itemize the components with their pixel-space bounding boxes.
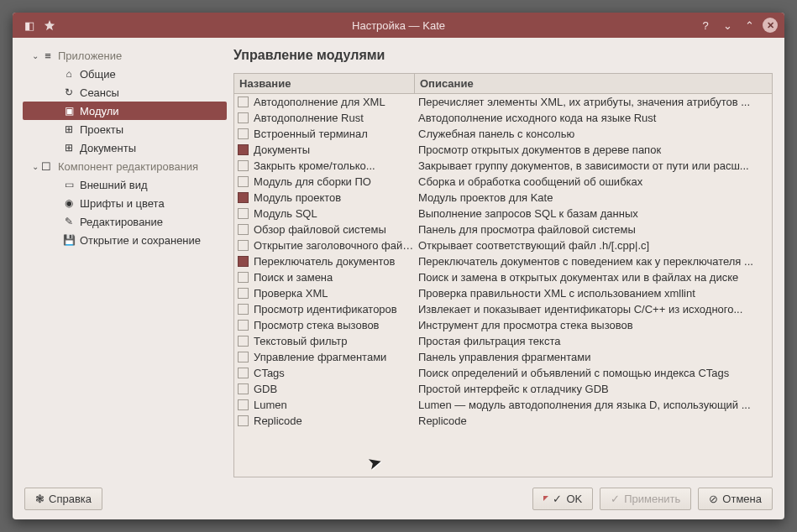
modules-table: Название Описание Автодополнение для XML…	[233, 73, 773, 477]
table-row[interactable]: CTagsПоиск определений и объявлений с по…	[234, 365, 772, 381]
module-name: Просмотр идентификаторов	[254, 303, 415, 316]
module-name: Модуль SQL	[254, 207, 415, 220]
table-row[interactable]: Переключатель документовПереключатель до…	[234, 253, 772, 269]
col-name-header[interactable]: Название	[234, 74, 415, 93]
module-checkbox[interactable]	[238, 96, 249, 107]
table-row[interactable]: ReplicodeReplicode	[234, 413, 772, 429]
module-checkbox[interactable]	[238, 112, 249, 123]
module-checkbox[interactable]	[238, 304, 249, 315]
module-checkbox[interactable]	[238, 288, 249, 299]
module-name: Lumen	[254, 399, 415, 411]
help-button[interactable]: ❃ Справка	[24, 488, 102, 510]
help-btn-label: Справка	[49, 493, 92, 505]
table-row[interactable]: Управление фрагментамиПанель управления …	[234, 349, 772, 365]
module-checkbox[interactable]	[238, 144, 249, 155]
sidebar-item-appearance[interactable]: ▭ Внешний вид	[23, 175, 227, 194]
minimize-icon[interactable]: ⌄	[719, 17, 736, 34]
table-row[interactable]: Закрыть кроме/только...Закрывает группу …	[234, 158, 772, 174]
collapse-icon[interactable]: ⌄	[29, 51, 41, 60]
module-checkbox[interactable]	[238, 272, 249, 283]
module-checkbox[interactable]	[238, 128, 249, 139]
module-checkbox[interactable]	[238, 176, 249, 187]
module-checkbox[interactable]	[238, 240, 249, 251]
page-title: Управление модулями	[233, 48, 773, 63]
module-checkbox[interactable]	[238, 160, 249, 171]
table-row[interactable]: Поиск и заменаПоиск и замена в открытых …	[234, 269, 772, 285]
module-name: Переключатель документов	[254, 255, 415, 268]
table-row[interactable]: Встроенный терминалСлужебная панель с ко…	[234, 126, 772, 142]
corner-icon	[543, 496, 548, 501]
table-row[interactable]: Модуль проектовМодуль проектов для Kate	[234, 190, 772, 206]
table-row[interactable]: Проверка XMLПроверка правильности XML с …	[234, 285, 772, 301]
cancel-button[interactable]: ⊘ Отмена	[698, 488, 773, 510]
module-desc: Перечисляет элементы XML, их атрибуты, з…	[415, 96, 768, 108]
module-name: Закрыть кроме/только...	[254, 159, 415, 172]
window-title: Настройка — Kate	[13, 19, 784, 32]
colors-icon: ◉	[61, 197, 76, 209]
col-desc-header[interactable]: Описание	[415, 74, 772, 93]
ok-button[interactable]: ✓ OK	[532, 488, 593, 510]
close-icon[interactable]: ✕	[763, 18, 778, 33]
module-checkbox[interactable]	[238, 336, 249, 347]
module-desc: Сборка и обработка сообщений об ошибках	[415, 175, 768, 188]
module-name: Обзор файловой системы	[254, 223, 415, 236]
table-row[interactable]: Просмотр идентификаторовИзвлекает и пока…	[234, 301, 772, 317]
module-name: Просмотр стека вызовов	[254, 319, 415, 331]
table-row[interactable]: Автодополнение RustАвтодополнение исходн…	[234, 110, 772, 126]
table-row[interactable]: Автодополнение для XMLПеречисляет элемен…	[234, 94, 772, 110]
module-name: Модуль для сборки ПО	[254, 175, 415, 188]
table-row[interactable]: Модуль SQLВыполнение запросов SQL к база…	[234, 206, 772, 222]
dialog-window: ◧ Настройка — Kate ? ⌄ ⌃ ✕ ⌄ ≡ Приложени…	[13, 13, 784, 519]
module-checkbox[interactable]	[238, 192, 249, 203]
help-icon[interactable]: ?	[697, 17, 714, 34]
module-checkbox[interactable]	[238, 383, 249, 394]
module-checkbox[interactable]	[238, 256, 249, 267]
refresh-icon: ↻	[61, 86, 76, 98]
module-checkbox[interactable]	[238, 208, 249, 219]
menu-icon[interactable]: ◧	[21, 17, 38, 34]
maximize-icon[interactable]: ⌃	[741, 17, 758, 34]
sidebar-item-editing[interactable]: ✎ Редактирование	[23, 212, 227, 231]
documents-icon: ⊞	[61, 142, 76, 154]
sidebar-item-sessions[interactable]: ↻ Сеансы	[23, 83, 227, 102]
sidebar-item-modules[interactable]: ▣ Модули	[23, 102, 227, 120]
module-checkbox[interactable]	[238, 352, 249, 362]
table-row[interactable]: Просмотр стека вызововИнструмент для про…	[234, 317, 772, 333]
module-checkbox[interactable]	[238, 224, 249, 235]
table-row[interactable]: ДокументыПросмотр открытых документов в …	[234, 142, 772, 158]
collapse-icon[interactable]: ⌄	[29, 162, 41, 171]
module-desc: Простой интерфейс к отладчику GDB	[415, 383, 768, 395]
table-header: Название Описание	[234, 74, 772, 94]
module-desc: Простая фильтрация текста	[415, 335, 768, 347]
module-name: Проверка XML	[254, 287, 415, 300]
cancel-btn-label: Отмена	[722, 493, 762, 505]
plugin-icon: ▣	[61, 105, 76, 117]
module-checkbox[interactable]	[238, 415, 249, 426]
module-desc: Извлекает и показывает идентификаторы C/…	[415, 303, 768, 316]
sidebar-header-app[interactable]: ⌄ ≡ Приложение	[23, 46, 227, 65]
table-row[interactable]: Модуль для сборки ПОСборка и обработка с…	[234, 174, 772, 190]
table-body: Автодополнение для XMLПеречисляет элемен…	[234, 94, 772, 477]
sidebar-item-projects[interactable]: ⊞ Проекты	[23, 120, 227, 138]
sidebar-item-documents[interactable]: ⊞ Документы	[23, 138, 227, 157]
pin-icon[interactable]	[41, 17, 58, 34]
module-desc: Служебная панель с консолью	[415, 128, 768, 140]
table-row[interactable]: LumenLumen — модуль автодополнения для я…	[234, 397, 772, 413]
apply-btn-label: Применить	[624, 493, 680, 505]
module-desc: Панель управления фрагментами	[415, 351, 768, 363]
table-row[interactable]: Текстовый фильтрПростая фильтрация текст…	[234, 333, 772, 349]
sidebar-item-general[interactable]: ⌂ Общие	[23, 65, 227, 83]
module-name: CTags	[254, 367, 415, 379]
table-row[interactable]: Открытие заголовочного файлаОткрывает со…	[234, 237, 772, 253]
titlebar: ◧ Настройка — Kate ? ⌄ ⌃ ✕	[13, 13, 784, 38]
sidebar-item-opensave[interactable]: 💾 Открытие и сохранение	[23, 231, 227, 249]
module-checkbox[interactable]	[238, 368, 249, 378]
module-checkbox[interactable]	[238, 399, 249, 410]
help-btn-icon: ❃	[35, 493, 45, 505]
table-row[interactable]: Обзор файловой системыПанель для просмот…	[234, 222, 772, 237]
module-checkbox[interactable]	[238, 320, 249, 331]
sidebar-header-editor[interactable]: ⌄ ☐ Компонент редактирования	[23, 157, 227, 175]
sidebar-item-fonts[interactable]: ◉ Шрифты и цвета	[23, 194, 227, 212]
table-row[interactable]: GDBПростой интерфейс к отладчику GDB	[234, 381, 772, 397]
checkbox-icon: ☐	[41, 160, 55, 173]
